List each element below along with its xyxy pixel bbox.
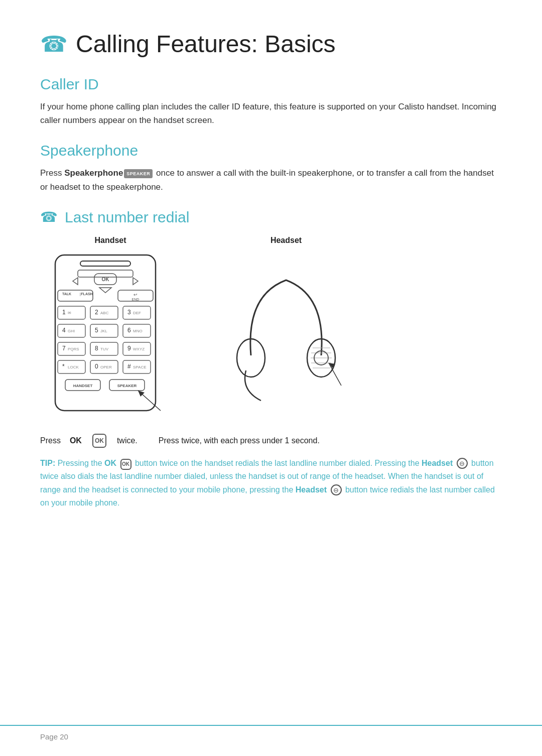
- phone-icon: ☎: [40, 31, 68, 57]
- svg-text:SPACE: SPACE: [133, 365, 147, 369]
- svg-text:9: 9: [127, 345, 131, 352]
- svg-text:8: 8: [95, 345, 98, 352]
- svg-text:#: #: [127, 363, 131, 370]
- speakerphone-section: Speakerphone Press SpeakerphoneSPEAKER o…: [40, 142, 502, 193]
- tip-headset-icon2: ⊖: [331, 484, 342, 495]
- last-number-redial-section: ☎ Last number redial Handset: [40, 209, 502, 510]
- footer-page: Page 20: [40, 732, 68, 741]
- svg-text:2: 2: [95, 309, 98, 316]
- headset-diagram: Headset: [221, 236, 351, 408]
- handset-svg: OK TALK | FLASH ↩ END 1 ✉ 2 ABC: [40, 250, 181, 423]
- svg-text:0: 0: [95, 363, 98, 370]
- svg-line-65: [329, 363, 341, 386]
- last-number-redial-heading: ☎ Last number redial: [40, 209, 502, 226]
- tip-label: TIP:: [40, 459, 55, 467]
- svg-rect-1: [80, 261, 130, 266]
- svg-marker-3: [73, 278, 78, 285]
- speakerphone-bold: Speakerphone: [64, 168, 123, 178]
- svg-text:END: END: [132, 298, 140, 301]
- speakerphone-button-icon: SPEAKER: [124, 169, 153, 178]
- redial-heading-text: Last number redial: [65, 209, 189, 226]
- press-ok-row: Press OK OK twice. Press twice, with eac…: [40, 434, 502, 448]
- svg-text:↩: ↩: [133, 292, 138, 297]
- handset-diagram: Handset OK: [40, 236, 181, 423]
- press-twice-text: Press twice, with each press under 1 sec…: [159, 436, 320, 445]
- svg-text:1: 1: [62, 309, 66, 316]
- svg-text:JKL: JKL: [100, 329, 107, 333]
- redial-icon: ☎: [40, 209, 58, 225]
- caller-id-body: If your home phone calling plan includes…: [40, 100, 502, 127]
- press-ok-prefix: Press: [40, 436, 61, 445]
- svg-text:HANDSET: HANDSET: [73, 384, 93, 388]
- tip-ok-bold: OK: [104, 459, 116, 467]
- title-text: Calling Features: Basics: [76, 30, 336, 58]
- speakerphone-body: Press SpeakerphoneSPEAKER once to answer…: [40, 166, 502, 193]
- svg-text:OPER: OPER: [100, 365, 112, 369]
- svg-text:5: 5: [95, 327, 98, 334]
- svg-text:OK: OK: [102, 277, 110, 282]
- svg-text:FLASH: FLASH: [81, 292, 92, 296]
- svg-text:7: 7: [62, 345, 66, 352]
- tip-ok-icon: OK: [120, 459, 131, 470]
- svg-marker-5: [99, 288, 111, 293]
- headset-label: Headset: [270, 236, 302, 245]
- svg-text:*: *: [62, 363, 65, 370]
- footer-line: [0, 725, 542, 726]
- svg-text:✉: ✉: [68, 311, 71, 315]
- svg-text:PQRS: PQRS: [68, 347, 79, 351]
- tip-text-1: Pressing the: [55, 459, 104, 467]
- caller-id-section: Caller ID If your home phone calling pla…: [40, 76, 502, 127]
- tip-text-2: button twice on the handset redials the …: [133, 459, 422, 467]
- svg-text:6: 6: [127, 327, 131, 334]
- press-ok-bold: OK: [70, 436, 82, 445]
- svg-text:MNO: MNO: [133, 329, 143, 333]
- page-title: ☎ Calling Features: Basics: [40, 30, 502, 58]
- svg-text:TUV: TUV: [100, 347, 109, 351]
- svg-text:TALK: TALK: [62, 292, 71, 296]
- svg-text:SPEAKER: SPEAKER: [117, 384, 137, 388]
- svg-text:ABC: ABC: [100, 311, 109, 315]
- speakerphone-heading: Speakerphone: [40, 142, 502, 159]
- svg-text:DEF: DEF: [133, 311, 141, 315]
- ok-badge: OK: [92, 434, 106, 448]
- tip-headset-icon: ⊖: [457, 458, 468, 469]
- diagrams-row: Handset OK: [40, 236, 502, 423]
- svg-text:GHI: GHI: [68, 329, 75, 333]
- speakerphone-prefix: Press: [40, 168, 64, 178]
- svg-text:LOCK: LOCK: [68, 365, 79, 369]
- handset-label: Handset: [94, 236, 126, 245]
- tip-block: TIP: Pressing the OK OK button twice on …: [40, 457, 502, 510]
- svg-text:4: 4: [62, 327, 66, 334]
- headset-svg: [221, 255, 351, 408]
- svg-text:3: 3: [127, 309, 131, 316]
- svg-text:WXYZ: WXYZ: [133, 347, 145, 351]
- caller-id-heading: Caller ID: [40, 76, 502, 93]
- tip-headset-bold: Headset: [422, 459, 453, 467]
- svg-marker-4: [133, 278, 138, 285]
- tip-headset-bold2: Headset: [296, 485, 327, 494]
- press-ok-suffix: twice.: [117, 436, 138, 445]
